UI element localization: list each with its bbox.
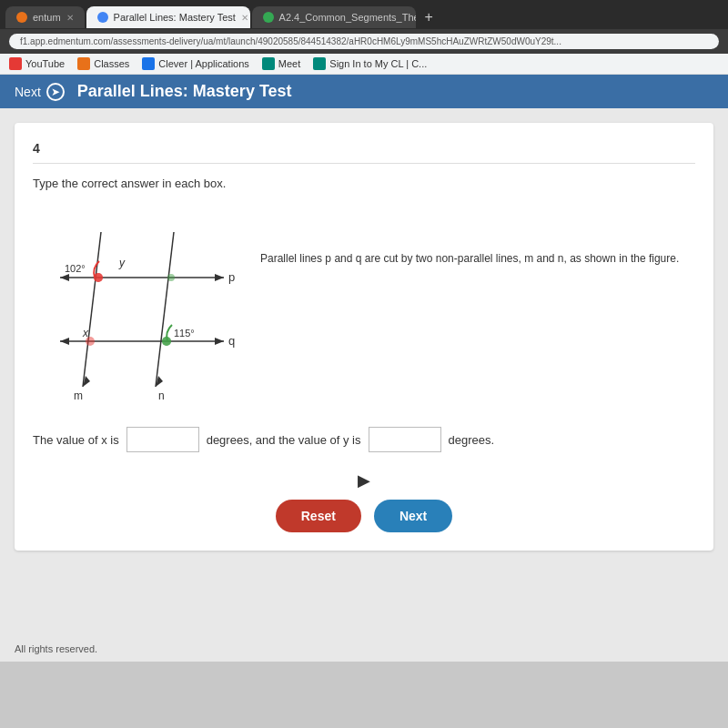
svg-marker-4 bbox=[215, 338, 224, 345]
bookmark-signin[interactable]: Sign In to My CL | C... bbox=[313, 57, 427, 70]
bookmark-signin-label: Sign In to My CL | C... bbox=[329, 58, 427, 69]
bookmark-youtube-label: YouTube bbox=[25, 58, 65, 69]
svg-point-15 bbox=[167, 274, 175, 281]
youtube-icon bbox=[9, 57, 22, 70]
svg-marker-2 bbox=[60, 274, 69, 281]
label-n: n bbox=[158, 389, 165, 402]
bookmark-classes-label: Classes bbox=[94, 58, 129, 69]
next-arrow-icon: ➤ bbox=[46, 83, 65, 101]
clever-icon bbox=[142, 57, 155, 70]
svg-point-14 bbox=[86, 337, 95, 346]
svg-line-6 bbox=[83, 232, 101, 387]
x-input[interactable] bbox=[126, 427, 199, 452]
footer: All rights reserved. bbox=[0, 636, 728, 662]
bookmark-clever-label: Clever | Applications bbox=[158, 58, 248, 69]
tab-bar: entum ✕ Parallel Lines: Mastery Test ✕ A… bbox=[0, 0, 728, 29]
diagram-svg-container: p q m n bbox=[33, 205, 242, 409]
diagram-area: p q m n bbox=[33, 205, 695, 409]
question-number: 4 bbox=[33, 141, 695, 164]
tab-icon-parallel bbox=[97, 12, 108, 23]
bookmark-classes[interactable]: Classes bbox=[77, 57, 129, 70]
tab-close-edmentum[interactable]: ✕ bbox=[66, 13, 74, 23]
classes-icon bbox=[77, 57, 90, 70]
question-instruction: Type the correct answer in each box. bbox=[33, 177, 695, 190]
reset-button[interactable]: Reset bbox=[276, 500, 361, 532]
angle-115: 115° bbox=[174, 328, 195, 339]
bookmarks-bar: YouTube Classes Clever | Applications Me… bbox=[0, 54, 728, 75]
y-input[interactable] bbox=[369, 427, 441, 452]
tab-icon-edmentum bbox=[16, 12, 27, 23]
svg-marker-5 bbox=[60, 338, 69, 345]
content-area: 4 Type the correct answer in each box. p… bbox=[0, 108, 728, 636]
address-bar-row: f1.app.edmentum.com/assessments-delivery… bbox=[0, 29, 728, 54]
browser-chrome: entum ✕ Parallel Lines: Mastery Test ✕ A… bbox=[0, 0, 728, 75]
answer-row: The value of x is degrees, and the value… bbox=[33, 427, 695, 452]
tab-label-segments: A2.4_Common_Segments_Theo… bbox=[279, 12, 416, 23]
tab-parallel-lines[interactable]: Parallel Lines: Mastery Test ✕ bbox=[86, 6, 250, 28]
address-bar[interactable]: f1.app.edmentum.com/assessments-delivery… bbox=[9, 34, 719, 49]
bookmark-meet[interactable]: Meet bbox=[262, 57, 300, 70]
header-next-label: Next bbox=[15, 85, 41, 99]
tab-edmentum[interactable]: entum ✕ bbox=[5, 6, 85, 28]
meet-icon bbox=[262, 57, 275, 70]
tab-label-parallel: Parallel Lines: Mastery Test bbox=[114, 12, 236, 23]
tab-icon-segments bbox=[263, 12, 274, 23]
tab-label-edmentum: entum bbox=[33, 12, 61, 23]
answer-prefix: The value of x is bbox=[33, 433, 119, 447]
answer-suffix: degrees. bbox=[449, 433, 495, 447]
geometry-diagram: p q m n bbox=[33, 205, 242, 405]
tab-close-parallel[interactable]: ✕ bbox=[241, 13, 248, 23]
svg-point-13 bbox=[162, 337, 171, 346]
buttons-row: Reset Next bbox=[33, 500, 695, 532]
cursor-indicator: ▶ bbox=[358, 470, 370, 490]
diagram-description-text: Parallel lines p and q are cut by two no… bbox=[260, 252, 679, 265]
bookmark-clever[interactable]: Clever | Applications bbox=[142, 57, 248, 70]
label-y-diagram: y bbox=[118, 257, 126, 269]
diagram-description: Parallel lines p and q are cut by two no… bbox=[260, 250, 679, 267]
header-next-button[interactable]: Next ➤ bbox=[15, 83, 65, 101]
app-header: Next ➤ Parallel Lines: Mastery Test bbox=[0, 75, 728, 108]
app-title: Parallel Lines: Mastery Test bbox=[77, 82, 292, 101]
next-button[interactable]: Next bbox=[374, 500, 452, 532]
label-q: q bbox=[228, 334, 235, 348]
svg-point-12 bbox=[94, 273, 103, 282]
question-card: 4 Type the correct answer in each box. p… bbox=[15, 123, 713, 551]
answer-mid: degrees, and the value of y is bbox=[207, 433, 361, 447]
footer-text: All rights reserved. bbox=[15, 643, 97, 654]
label-m: m bbox=[74, 389, 83, 402]
svg-marker-1 bbox=[215, 274, 224, 281]
bookmark-meet-label: Meet bbox=[278, 58, 300, 69]
svg-line-8 bbox=[156, 232, 174, 387]
tab-segments[interactable]: A2.4_Common_Segments_Theo… ✕ bbox=[252, 6, 416, 28]
signin-icon bbox=[313, 57, 326, 70]
label-p: p bbox=[228, 270, 235, 284]
angle-102: 102° bbox=[65, 263, 86, 274]
tab-add-button[interactable]: + bbox=[418, 5, 440, 29]
bookmark-youtube[interactable]: YouTube bbox=[9, 57, 65, 70]
